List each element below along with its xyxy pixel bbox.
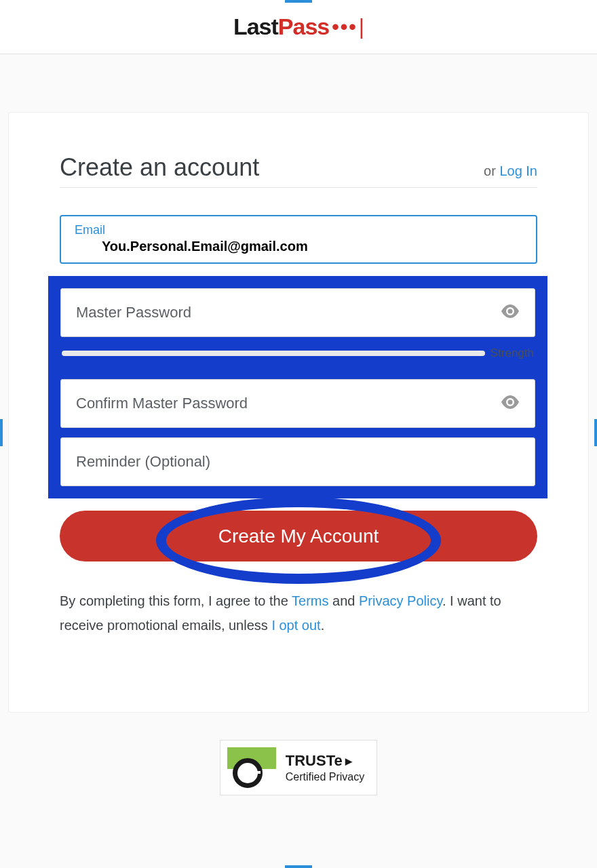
agreement-part1: By completing this form, I agree to the [60, 593, 292, 608]
agreement-text: By completing this form, I agree to the … [60, 589, 537, 637]
reminder-field[interactable] [60, 437, 535, 486]
svg-point-1 [508, 400, 513, 405]
logo-part-last: Last [233, 14, 278, 40]
confirm-password-input[interactable] [76, 395, 494, 412]
strength-row: Strength [60, 347, 535, 360]
truste-subtitle: Certified Privacy [286, 770, 364, 783]
card-header: Create an account or Log In [60, 153, 537, 188]
play-icon: ▶ [345, 756, 352, 767]
email-field-container[interactable]: Email [60, 215, 537, 264]
privacy-policy-link[interactable]: Privacy Policy [359, 593, 442, 608]
app-header: LastPass •••| [0, 0, 597, 54]
master-password-field[interactable] [60, 288, 535, 337]
crop-marker-bottom [285, 865, 312, 868]
create-account-button[interactable]: Create My Account [60, 511, 537, 561]
eye-icon[interactable] [501, 304, 520, 321]
terms-link[interactable]: Terms [292, 593, 328, 608]
submit-button-wrap: Create My Account [60, 511, 537, 561]
footer: TRUSTe ▶ Certified Privacy [8, 740, 589, 795]
email-label: Email [75, 223, 522, 237]
logo-dots-icon: ••• [332, 16, 358, 39]
or-text: or [484, 163, 499, 178]
lastpass-logo: LastPass •••| [233, 14, 364, 40]
crop-marker-left [0, 419, 3, 446]
reminder-input[interactable] [76, 453, 520, 471]
truste-text: TRUSTe ▶ Certified Privacy [286, 752, 364, 783]
opt-out-link[interactable]: I opt out [271, 618, 320, 633]
confirm-password-field[interactable] [60, 379, 535, 428]
email-input[interactable] [102, 239, 522, 254]
crop-marker-top [285, 0, 312, 3]
strength-label: Strength [490, 347, 534, 360]
crop-marker-right [594, 419, 597, 446]
strength-bar [62, 351, 485, 356]
logo-part-pass: Pass [278, 14, 329, 40]
eye-icon[interactable] [501, 395, 520, 412]
svg-point-0 [508, 309, 513, 314]
page-title: Create an account [60, 153, 259, 182]
login-link[interactable]: Log In [499, 163, 537, 178]
or-login-text: or Log In [484, 163, 537, 179]
truste-badge[interactable]: TRUSTe ▶ Certified Privacy [220, 740, 377, 795]
master-password-input[interactable] [76, 304, 494, 321]
agreement-part4: . [321, 618, 325, 633]
agreement-part2: and [328, 593, 358, 608]
truste-icon [227, 747, 276, 788]
signup-card: Create an account or Log In Email [8, 112, 589, 713]
annotation-highlight-box: Strength [48, 276, 547, 498]
logo-cursor-icon: | [359, 14, 364, 39]
truste-brand: TRUSTe [286, 752, 343, 770]
